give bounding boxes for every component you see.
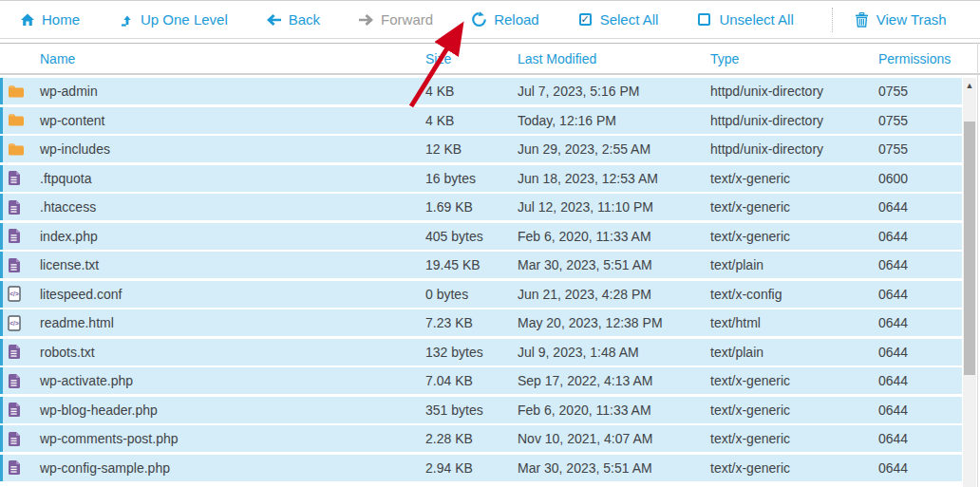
file-permissions: 0644 [871, 431, 962, 446]
file-row[interactable]: wp-includes12 KBJun 29, 2023, 2:55 AMhtt… [0, 136, 962, 162]
toolbar-button-unselect-all[interactable]: Unselect All [696, 11, 793, 28]
file-type: text/x-generic [703, 403, 871, 418]
column-header-type[interactable]: Type [703, 51, 871, 66]
document-icon [8, 459, 25, 476]
file-size: 405 bytes [418, 229, 510, 244]
table-right-border [977, 43, 978, 487]
trash-icon [854, 11, 870, 28]
file-name-cell: robots.txt [0, 344, 418, 360]
file-type: text/x-generic [703, 460, 871, 476]
file-type: httpd/unix-directory [703, 113, 871, 128]
file-size: 1.69 KB [418, 199, 510, 215]
vertical-scrollbar[interactable]: ▲ [963, 78, 976, 487]
table-header-row: NameSizeLast ModifiedTypePermissions [0, 43, 980, 75]
file-last-modified: Feb 6, 2020, 11:33 AM [510, 229, 703, 244]
file-permissions: 0755 [871, 141, 962, 157]
file-size: 4 KB [418, 113, 510, 128]
file-row[interactable]: .ftpquota16 bytesJun 18, 2023, 12:53 AMt… [0, 165, 962, 192]
toolbar-button-home[interactable]: Home [19, 11, 80, 28]
toolbar-button-label: Unselect All [719, 11, 793, 28]
column-header-last-modified[interactable]: Last Modified [510, 51, 703, 66]
toolbar-button-up-one-level[interactable]: Up One Level [118, 11, 228, 28]
checked-checkbox-icon: ✓ [577, 11, 594, 28]
toolbar-button-label: View Trash [876, 11, 947, 28]
toolbar-button-view-trash[interactable]: View Trash [854, 11, 947, 28]
file-row[interactable]: wp-admin4 KBJul 7, 2023, 5:16 PMhttpd/un… [0, 78, 962, 104]
file-name-cell: </>litespeed.conf [0, 286, 418, 302]
file-name: wp-admin [40, 84, 98, 99]
toolbar-separator [832, 8, 833, 32]
file-row[interactable]: wp-comments-post.php2.28 KBNov 10, 2021,… [0, 425, 962, 452]
toolbar-button-forward: Forward [358, 11, 433, 28]
toolbar-button-reload[interactable]: Reload [471, 11, 539, 28]
file-row[interactable]: .htaccess1.69 KBJul 12, 2023, 11:10 PMte… [0, 194, 962, 220]
toolbar-button-back[interactable]: Back [266, 11, 320, 28]
file-row[interactable]: license.txt19.45 KBMar 30, 2023, 5:51 AM… [0, 252, 962, 278]
file-name-cell: wp-blog-header.php [0, 402, 418, 418]
file-size: 2.94 KB [418, 460, 510, 476]
file-name: litespeed.conf [40, 287, 122, 302]
toolbar-button-label: Up One Level [141, 11, 228, 28]
file-name-cell: wp-content [0, 112, 418, 128]
file-list: wp-admin4 KBJul 7, 2023, 5:16 PMhttpd/un… [0, 78, 962, 483]
scrollbar-thumb[interactable] [964, 122, 975, 375]
document-icon [8, 344, 25, 360]
file-permissions: 0644 [871, 345, 962, 360]
file-permissions: 0755 [871, 84, 962, 99]
toolbar-button-label: Forward [381, 11, 433, 28]
toolbar-button-label: Back [289, 11, 320, 28]
file-row[interactable]: wp-config-sample.php2.94 KBMar 30, 2023,… [0, 455, 962, 481]
file-row[interactable]: </>readme.html7.23 KBMay 20, 2023, 12:38… [0, 309, 962, 336]
file-name-cell: .ftpquota [0, 170, 418, 186]
file-row[interactable]: wp-content4 KBToday, 12:16 PMhttpd/unix-… [0, 107, 962, 134]
file-size: 351 bytes [418, 403, 510, 418]
file-permissions: 0755 [871, 113, 962, 128]
toolbar-button-select-all[interactable]: ✓Select All [577, 11, 659, 28]
file-type: text/x-generic [703, 171, 871, 186]
file-type: text/x-generic [703, 229, 871, 244]
file-size: 19.45 KB [418, 257, 510, 272]
file-type: text/x-generic [703, 199, 871, 215]
file-name: readme.html [40, 315, 114, 330]
file-last-modified: May 20, 2023, 12:38 PM [510, 315, 703, 330]
file-row[interactable]: </>litespeed.conf0 bytesJun 21, 2023, 4:… [0, 281, 962, 308]
file-size: 4 KB [418, 84, 510, 99]
file-size: 2.28 KB [418, 431, 510, 446]
column-header-size[interactable]: Size [418, 51, 510, 66]
document-icon [8, 199, 25, 215]
file-permissions: 0644 [871, 229, 962, 244]
up-one-level-icon [118, 11, 134, 28]
document-icon [8, 228, 25, 244]
folder-icon [8, 141, 25, 158]
scrollbar-up-arrow-icon[interactable]: ▲ [963, 78, 976, 93]
file-type: text/plain [703, 345, 871, 360]
file-name-cell: .htaccess [0, 199, 418, 215]
file-name: .ftpquota [40, 171, 92, 186]
file-name-cell: wp-includes [0, 141, 418, 158]
document-icon [8, 431, 25, 447]
file-last-modified: Today, 12:16 PM [510, 113, 703, 128]
file-last-modified: Jul 12, 2023, 11:10 PM [510, 199, 703, 215]
document-icon [8, 373, 25, 389]
file-size: 7.23 KB [418, 315, 510, 330]
file-type: httpd/unix-directory [703, 141, 871, 157]
file-permissions: 0644 [871, 373, 962, 388]
file-type: text/x-generic [703, 431, 871, 446]
file-name: robots.txt [40, 345, 95, 360]
file-size: 0 bytes [418, 287, 510, 302]
file-last-modified: Mar 30, 2023, 5:51 AM [510, 460, 703, 476]
column-header-permissions[interactable]: Permissions [871, 51, 980, 66]
file-row[interactable]: wp-activate.php7.04 KBSep 17, 2022, 4:13… [0, 367, 962, 394]
file-name-cell: wp-admin [0, 84, 418, 100]
file-type: text/html [703, 315, 871, 330]
file-name: wp-comments-post.php [40, 431, 179, 446]
column-header-name[interactable]: Name [0, 51, 418, 66]
file-row[interactable]: wp-blog-header.php351 bytesFeb 6, 2020, … [0, 397, 962, 423]
file-name-cell: wp-activate.php [0, 373, 418, 389]
document-icon [8, 402, 25, 418]
file-row[interactable]: robots.txt132 bytesJul 9, 2023, 1:48 AMt… [0, 339, 962, 365]
toolbar-button-label: Home [42, 11, 80, 28]
file-row[interactable]: index.php405 bytesFeb 6, 2020, 11:33 AMt… [0, 223, 962, 250]
file-name: wp-activate.php [40, 373, 133, 388]
file-last-modified: Jul 7, 2023, 5:16 PM [510, 84, 703, 99]
